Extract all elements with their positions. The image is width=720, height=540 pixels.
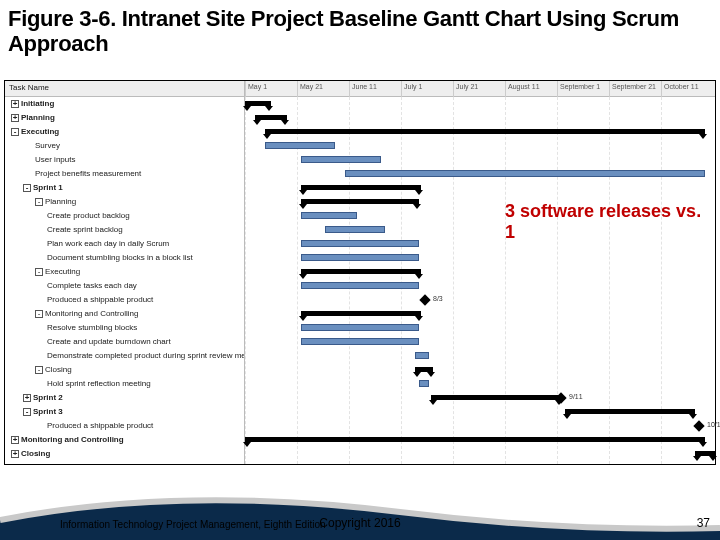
milestone-icon (693, 420, 704, 431)
milestone-label: 8/3 (433, 295, 443, 302)
task-label: Sprint 1 (33, 183, 63, 192)
task-label: Resolve stumbling blocks (47, 323, 137, 332)
task-row: Survey (5, 139, 244, 153)
task-row: -Planning (5, 195, 244, 209)
milestone-label: 10/17 (707, 421, 720, 428)
gantt-task-bar (415, 352, 429, 359)
task-label: Produced a shippable product (47, 421, 153, 430)
gantt-task-bar (265, 142, 335, 149)
task-row: Create product backlog (5, 209, 244, 223)
task-row: -Sprint 3 (5, 405, 244, 419)
gantt-summary-bar (431, 395, 561, 400)
gantt-bars-area: 8/39/1110/17 (245, 97, 715, 464)
gantt-summary-bar (565, 409, 695, 414)
collapse-icon[interactable]: - (35, 198, 43, 206)
time-axis-header: May 1May 21June 11July 1July 21August 11… (245, 81, 715, 97)
task-label: Sprint 3 (33, 407, 63, 416)
gantt-summary-bar (301, 269, 421, 274)
task-label: Executing (21, 127, 59, 136)
task-label: Monitoring and Controlling (45, 309, 138, 318)
time-axis-tick: May 21 (297, 81, 325, 97)
gantt-task-bar (345, 170, 705, 177)
task-label: Monitoring and Controlling (21, 435, 124, 444)
task-label: User inputs (35, 155, 75, 164)
collapse-icon[interactable]: - (23, 184, 31, 192)
collapse-icon[interactable]: - (23, 408, 31, 416)
task-row: -Monitoring and Controlling (5, 307, 244, 321)
gantt-task-bar (301, 240, 419, 247)
task-label: Closing (45, 365, 72, 374)
time-axis-tick: June 11 (349, 81, 379, 97)
task-row: +Planning (5, 111, 244, 125)
gantt-task-bar (301, 282, 419, 289)
task-row: -Closing (5, 363, 244, 377)
task-name-header: Task Name (5, 81, 245, 97)
task-row: +Initiating (5, 97, 244, 111)
task-row: Produced a shippable product (5, 419, 244, 433)
task-label: Hold sprint reflection meeting (47, 379, 151, 388)
task-label: Project benefits measurement (35, 169, 141, 178)
task-row: Plan work each day in daily Scrum (5, 237, 244, 251)
expand-icon[interactable]: + (11, 450, 19, 458)
time-axis-tick: September 1 (557, 81, 602, 97)
gantt-task-bar (301, 212, 357, 219)
gantt-task-bar (419, 380, 429, 387)
task-label: Demonstrate completed product during spr… (47, 351, 244, 360)
task-label: Create and update burndown chart (47, 337, 171, 346)
gantt-task-bar (301, 156, 381, 163)
gantt-summary-bar (301, 185, 421, 190)
task-row: Document stumbling blocks in a block lis… (5, 251, 244, 265)
expand-icon[interactable]: + (11, 436, 19, 444)
task-label: Planning (21, 113, 55, 122)
task-label: Complete tasks each day (47, 281, 137, 290)
task-row: User inputs (5, 153, 244, 167)
collapse-icon[interactable]: - (35, 268, 43, 276)
task-label: Produced a shippable product (47, 295, 153, 304)
time-axis-tick: July 21 (453, 81, 480, 97)
expand-icon[interactable]: + (11, 114, 19, 122)
task-row: +Sprint 2 (5, 391, 244, 405)
gantt-chart: Task Name +Initiating+Planning-Executing… (4, 80, 716, 465)
task-name-column: +Initiating+Planning-ExecutingSurveyUser… (5, 97, 245, 464)
footer-page-number: 37 (697, 516, 710, 530)
task-row: Complete tasks each day (5, 279, 244, 293)
gantt-summary-bar (301, 199, 419, 204)
task-label: Sprint 2 (33, 393, 63, 402)
collapse-icon[interactable]: - (35, 310, 43, 318)
gantt-task-bar (301, 254, 419, 261)
collapse-icon[interactable]: - (11, 128, 19, 136)
time-axis-tick: August 11 (505, 81, 542, 97)
task-label: Plan work each day in daily Scrum (47, 239, 169, 248)
task-row: -Sprint 1 (5, 181, 244, 195)
footer-swoosh (0, 480, 720, 540)
gantt-task-bar (301, 338, 419, 345)
task-row: Project benefits measurement (5, 167, 244, 181)
task-label: Initiating (21, 99, 54, 108)
task-label: Planning (45, 197, 76, 206)
task-row: Resolve stumbling blocks (5, 321, 244, 335)
task-row: Create sprint backlog (5, 223, 244, 237)
task-label: Create product backlog (47, 211, 130, 220)
task-label: Executing (45, 267, 80, 276)
task-row: +Closing (5, 447, 244, 461)
gantt-summary-bar (265, 129, 705, 134)
task-row: Hold sprint reflection meeting (5, 377, 244, 391)
gantt-task-bar (301, 324, 419, 331)
task-label: Create sprint backlog (47, 225, 123, 234)
figure-title: Figure 3-6. Intranet Site Project Baseli… (0, 0, 720, 59)
task-row: +Monitoring and Controlling (5, 433, 244, 447)
task-row: Produced a shippable product (5, 293, 244, 307)
task-row: Create and update burndown chart (5, 335, 244, 349)
gantt-summary-bar (245, 437, 705, 442)
release-callout: 3 software releases vs. 1 (505, 201, 715, 242)
gantt-summary-bar (415, 367, 433, 372)
task-label: Document stumbling blocks in a block lis… (47, 253, 193, 262)
time-axis-tick: October 11 (661, 81, 701, 97)
time-axis-tick: September 21 (609, 81, 658, 97)
expand-icon[interactable]: + (23, 394, 31, 402)
task-row: -Executing (5, 265, 244, 279)
expand-icon[interactable]: + (11, 100, 19, 108)
task-label: Survey (35, 141, 60, 150)
gantt-summary-bar (255, 115, 287, 120)
collapse-icon[interactable]: - (35, 366, 43, 374)
